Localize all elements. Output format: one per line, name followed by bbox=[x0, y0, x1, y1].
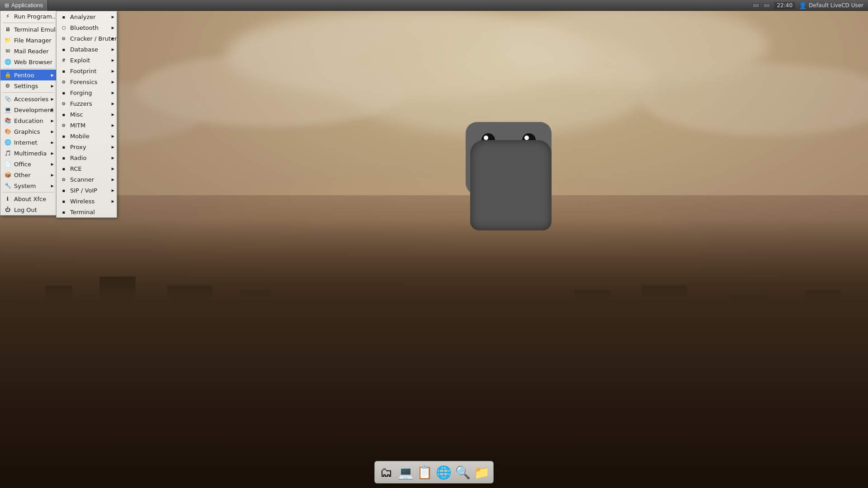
svg-rect-20 bbox=[542, 304, 570, 353]
development-label: Development bbox=[14, 107, 54, 113]
terminal-icon: 🖥 bbox=[4, 26, 11, 33]
database-label: Database bbox=[70, 46, 113, 53]
scanner-label: Scanner bbox=[70, 176, 113, 183]
submenu-forensics[interactable]: ⚙ Forensics bbox=[57, 76, 117, 87]
run-program-icon: ⚡ bbox=[4, 13, 11, 20]
taskbar-user: 👤 Default LiveCD User bbox=[799, 2, 863, 9]
submenu-wireless[interactable]: ▪ Wireless bbox=[57, 196, 117, 206]
analyzer-label: Analyzer bbox=[70, 14, 113, 20]
submenu-forging[interactable]: ▪ Forging bbox=[57, 87, 117, 98]
submenu-fuzzers[interactable]: ⚙ Fuzzers bbox=[57, 98, 117, 109]
multimedia-icon: 🎵 bbox=[4, 150, 11, 157]
submenu-rce[interactable]: ▪ RCE bbox=[57, 163, 117, 174]
submenu-mitm[interactable]: ⚙ MITM bbox=[57, 120, 117, 131]
dock: 🗂 💻 📋 🌐 🔍 📁 bbox=[374, 461, 494, 483]
submenu-terminal[interactable]: ▪ Terminal bbox=[57, 206, 117, 217]
applications-label: Applications bbox=[11, 2, 43, 9]
menu-item-mail[interactable]: ✉ Mail Reader bbox=[0, 46, 56, 56]
menu-item-run-program[interactable]: ⚡ Run Program... bbox=[0, 11, 56, 22]
submenu-cracker[interactable]: ⚙ Cracker / Bruter bbox=[57, 33, 117, 44]
accessories-label: Accessories bbox=[14, 96, 52, 103]
taskbar-clock: 22:40 bbox=[774, 2, 795, 9]
other-icon: 📦 bbox=[4, 171, 11, 178]
mitm-icon: ⚙ bbox=[60, 122, 67, 129]
taskbar-indicator-1 bbox=[752, 3, 760, 8]
submenu-footprint[interactable]: ▪ Footprint bbox=[57, 66, 117, 76]
mitm-label: MITM bbox=[70, 122, 113, 129]
menu-item-office[interactable]: 📄 Office bbox=[0, 159, 56, 169]
rce-label: RCE bbox=[70, 165, 113, 172]
cracker-label: Cracker / Bruter bbox=[70, 35, 117, 42]
menu-item-multimedia[interactable]: 🎵 Multimedia bbox=[0, 148, 56, 159]
user-label: Default LiveCD User bbox=[809, 2, 863, 9]
dock-item-terminal[interactable]: 💻 bbox=[396, 463, 415, 481]
cracker-icon: ⚙ bbox=[60, 35, 67, 42]
svg-rect-10 bbox=[23, 308, 41, 353]
menu-item-other[interactable]: 📦 Other bbox=[0, 169, 56, 180]
settings-label: Settings bbox=[14, 83, 52, 89]
mobile-icon: ▪ bbox=[60, 132, 67, 140]
menu-item-logout[interactable]: ⏻ Log Out bbox=[0, 204, 56, 215]
footprint-icon: ▪ bbox=[60, 67, 67, 75]
submenu-scanner[interactable]: ⚙ Scanner bbox=[57, 174, 117, 185]
submenu-proxy[interactable]: ▪ Proxy bbox=[57, 141, 117, 152]
divider-1 bbox=[2, 23, 54, 23]
development-icon: 💻 bbox=[4, 106, 11, 113]
submenu-sip-voip[interactable]: ▪ SIP / VoIP bbox=[57, 185, 117, 196]
submenu-exploit[interactable]: # Exploit bbox=[57, 55, 117, 66]
settings-icon: ⚙ bbox=[4, 82, 11, 89]
system-label: System bbox=[14, 183, 52, 189]
wireless-label: Wireless bbox=[70, 198, 113, 205]
main-menu: ⚡ Run Program... 🖥 Terminal Emulator 📁 F… bbox=[0, 11, 57, 216]
forensics-label: Forensics bbox=[70, 79, 113, 85]
menu-item-terminal[interactable]: 🖥 Terminal Emulator bbox=[0, 24, 56, 35]
dock-item-folder[interactable]: 📁 bbox=[472, 463, 491, 481]
bluetooth-icon: ⬡ bbox=[60, 24, 67, 31]
menu-item-about-xfce[interactable]: ℹ About Xfce bbox=[0, 193, 56, 204]
svg-rect-23 bbox=[642, 286, 687, 353]
dock-item-browser[interactable]: 🌐 bbox=[434, 463, 453, 481]
menu-item-pentoo[interactable]: 🔒 Pentoo bbox=[0, 70, 56, 80]
menu-item-settings[interactable]: ⚙ Settings bbox=[0, 80, 56, 91]
svg-rect-18 bbox=[276, 299, 316, 353]
dock-folder-icon: 📁 bbox=[474, 465, 490, 480]
svg-rect-19 bbox=[321, 313, 344, 353]
submenu-bluetooth[interactable]: ⬡ Bluetooth bbox=[57, 22, 117, 33]
accessories-icon: 📎 bbox=[4, 95, 11, 103]
menu-item-development[interactable]: 💻 Development bbox=[0, 104, 56, 115]
svg-rect-11 bbox=[45, 286, 72, 353]
desktop-monster bbox=[461, 122, 561, 249]
about-label: About Xfce bbox=[14, 196, 52, 202]
applications-icon: ⊞ bbox=[5, 2, 9, 9]
office-label: Office bbox=[14, 161, 52, 168]
dock-item-notes[interactable]: 📋 bbox=[415, 463, 434, 481]
proxy-icon: ▪ bbox=[60, 143, 67, 150]
logout-label: Log Out bbox=[14, 206, 52, 213]
submenu-radio[interactable]: ▪ Radio bbox=[57, 152, 117, 163]
dock-item-search[interactable]: 🔍 bbox=[453, 463, 472, 481]
svg-rect-14 bbox=[140, 304, 163, 353]
svg-rect-16 bbox=[217, 308, 235, 353]
applications-menu-button[interactable]: ⊞ Applications bbox=[0, 0, 48, 11]
dock-item-files[interactable]: 🗂 bbox=[377, 463, 396, 481]
submenu-misc[interactable]: ▪ Misc bbox=[57, 109, 117, 120]
menu-item-system[interactable]: 🔧 System bbox=[0, 180, 56, 191]
svg-rect-24 bbox=[692, 299, 723, 353]
pentoo-label: Pentoo bbox=[14, 72, 52, 79]
file-manager-label: File Manager bbox=[14, 37, 52, 44]
exploit-label: Exploit bbox=[70, 57, 113, 64]
submenu-analyzer[interactable]: ▪ Analyzer bbox=[57, 11, 117, 22]
menu-item-file-manager[interactable]: 📁 File Manager bbox=[0, 35, 56, 46]
menu-item-internet[interactable]: 🌐 Internet bbox=[0, 137, 56, 148]
dock-files-icon: 🗂 bbox=[380, 465, 393, 480]
fuzzers-label: Fuzzers bbox=[70, 100, 113, 107]
submenu-mobile[interactable]: ▪ Mobile bbox=[57, 131, 117, 141]
menu-item-graphics[interactable]: 🎨 Graphics bbox=[0, 126, 56, 137]
menu-item-accessories[interactable]: 📎 Accessories bbox=[0, 94, 56, 104]
menu-item-education[interactable]: 📚 Education bbox=[0, 115, 56, 126]
desktop bbox=[0, 0, 868, 488]
submenu-database[interactable]: ▪ Database bbox=[57, 44, 117, 55]
pentoo-submenu: ▪ Analyzer ⬡ Bluetooth ⚙ Cracker / Brute… bbox=[56, 11, 117, 218]
menu-item-web-browser[interactable]: 🌐 Web Browser bbox=[0, 56, 56, 67]
exploit-icon: # bbox=[60, 56, 67, 64]
